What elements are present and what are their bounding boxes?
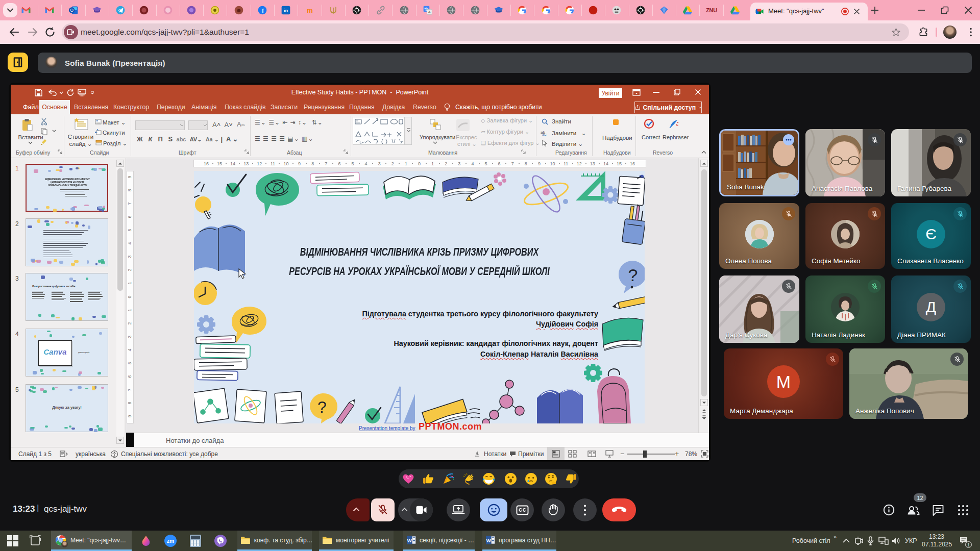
- svg-text:ac: ac: [542, 132, 546, 136]
- svg-text:W: W: [407, 538, 412, 543]
- svg-text:f: f: [262, 7, 264, 14]
- svg-text:?: ?: [628, 265, 638, 285]
- svg-text:A: A: [428, 10, 431, 14]
- svg-text:m: m: [307, 7, 313, 14]
- svg-text:ZNU: ZNU: [706, 7, 717, 13]
- svg-text:?: ?: [317, 398, 327, 416]
- svg-text:O: O: [70, 8, 74, 13]
- svg-text:in: in: [284, 8, 288, 13]
- svg-text:W: W: [486, 538, 491, 543]
